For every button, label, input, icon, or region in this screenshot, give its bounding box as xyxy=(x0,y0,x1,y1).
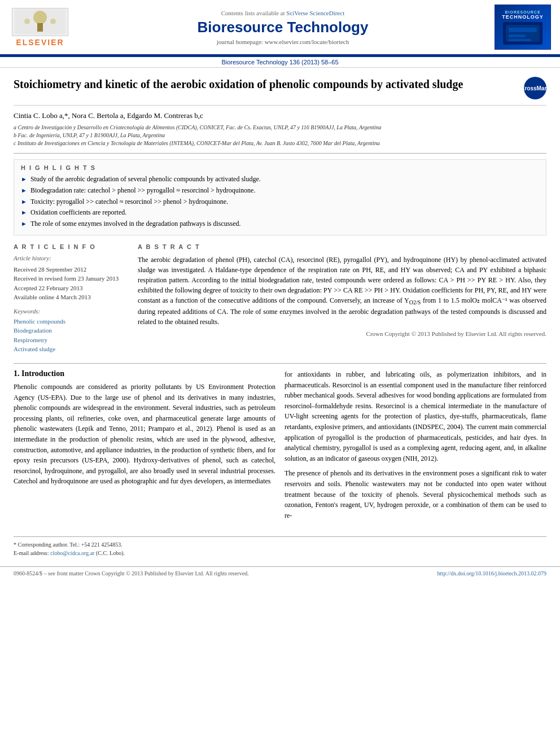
article-content: Stoichiometry and kinetic of the aerobic… xyxy=(0,68,560,566)
article-title-section: Stoichiometry and kinetic of the aerobic… xyxy=(14,77,546,106)
svg-point-1 xyxy=(33,11,47,24)
authors-line: Cintia C. Lobo a,*, Nora C. Bertola a, E… xyxy=(14,111,546,120)
journal-title: Bioresource Technology xyxy=(82,19,483,36)
highlight-text-3: Toxicity: pyrogallol >> catechol ≈ resor… xyxy=(30,197,228,207)
formula-sub: O2/S xyxy=(409,299,421,305)
highlight-item-2: ► Biodegradation rate: catechol > phenol… xyxy=(21,186,539,195)
abstract-copyright: Crown Copyright © 2013 Published by Else… xyxy=(138,330,546,337)
journal-banner: ELSEVIER Contents lists available at Sci… xyxy=(0,0,560,50)
abstract-col: A B S T R A C T The aerobic degradation … xyxy=(138,243,546,354)
section-number: 1. xyxy=(14,369,20,378)
arrow-icon-4: ► xyxy=(21,208,27,217)
intro-para2: for antioxidants in rubber, and lubricat… xyxy=(285,369,546,464)
article-info-header: A R T I C L E I N F O xyxy=(14,243,126,250)
crossmark-badge: CrossMark xyxy=(524,77,546,99)
svg-point-3 xyxy=(24,19,30,24)
top-header: ELSEVIER Contents lists available at Sci… xyxy=(0,0,560,57)
crossmark-icon: CrossMark xyxy=(520,85,550,91)
elsevier-text: ELSEVIER xyxy=(16,38,64,47)
keyword-3[interactable]: Respirometry xyxy=(14,335,126,345)
footnote-section: * Corresponding author. Tel.: +54 221 42… xyxy=(14,536,546,557)
received-date: Received 28 September 2012 xyxy=(14,265,126,274)
svg-rect-8 xyxy=(509,34,526,37)
article-history-label: Article history: xyxy=(14,255,126,261)
arrow-icon-1: ► xyxy=(21,175,27,184)
highlight-item-3: ► Toxicity: pyrogallol >> catechol ≈ res… xyxy=(21,197,539,207)
journal-center: Contents lists available at SciVerse Sci… xyxy=(71,10,495,45)
highlight-item-4: ► Oxidation coefficients are reported. xyxy=(21,208,539,217)
abstract-header: A B S T R A C T xyxy=(138,243,546,250)
sciverse-link[interactable]: SciVerse ScienceDirect xyxy=(286,10,344,16)
elsevier-logo-image xyxy=(12,8,68,36)
highlights-header: H I G H L I G H T S xyxy=(21,164,539,171)
affiliation-block: a Centro de Investigación y Desarrollo e… xyxy=(14,124,546,147)
journal-logo-right: BIORESOURCE TECHNOLOGY xyxy=(495,5,551,50)
revised-date: Received in revised form 23 January 2013 xyxy=(14,274,126,283)
keywords-section: Keywords: Phenolic compounds Biodegradat… xyxy=(14,308,126,354)
email-label: E-mail address: xyxy=(14,550,49,556)
journal-ref-bar: Bioresource Technology 136 (2013) 58–65 xyxy=(0,57,560,68)
journal-homepage: journal homepage: www.elsevier.com/locat… xyxy=(82,38,483,45)
accepted-date: Accepted 22 February 2013 xyxy=(14,283,126,293)
divider-before-intro xyxy=(14,363,546,364)
arrow-icon-3: ► xyxy=(21,198,27,206)
keyword-2[interactable]: Biodegradation xyxy=(14,326,126,335)
intro-para3: The presence of phenols and its derivati… xyxy=(285,468,546,521)
info-abstract-section: A R T I C L E I N F O Article history: R… xyxy=(14,243,546,354)
highlight-item-1: ► Study of the aerobic degradation of se… xyxy=(21,174,539,184)
keyword-1[interactable]: Phenolic compounds xyxy=(14,317,126,326)
issn-text: 0960-8524/$ – see front matter Crown Cop… xyxy=(14,570,249,576)
svg-rect-2 xyxy=(37,23,43,32)
logo-bioresource: BIORESOURCE xyxy=(505,10,540,14)
body-two-col: 1. Introduction Phenolic compounds are c… xyxy=(14,369,546,525)
intro-heading: 1. Introduction xyxy=(14,369,275,378)
abstract-text: The aerobic degradation of phenol (PH), … xyxy=(138,255,546,327)
elsevier-logo: ELSEVIER xyxy=(9,8,71,47)
svg-rect-9 xyxy=(509,39,531,41)
arrow-icon-5: ► xyxy=(21,220,27,228)
affiliation-a: a Centro de Investigación y Desarrollo e… xyxy=(14,124,546,132)
sciverse-link-line: Contents lists available at SciVerse Sci… xyxy=(82,10,483,16)
author-cintia: Cintia C. Lobo a,*, Nora C. Bertola a, E… xyxy=(14,111,203,120)
highlights-section: H I G H L I G H T S ► Study of the aerob… xyxy=(14,159,546,235)
footnote-email: E-mail address: clobo@cidca.org.ar (C.C.… xyxy=(14,549,546,557)
footnote-corresponding: * Corresponding author. Tel.: +54 221 42… xyxy=(14,540,546,549)
highlight-text-4: Oxidation coefficients are reported. xyxy=(30,208,126,217)
highlight-item-5: ► The role of some enzymes involved in t… xyxy=(21,219,539,229)
email-link[interactable]: clobo@cidca.org.ar xyxy=(50,550,94,556)
bottom-bar: 0960-8524/$ – see front matter Crown Cop… xyxy=(0,566,560,580)
arrow-icon-2: ► xyxy=(21,186,27,195)
doi-link[interactable]: http://dx.doi.org/10.1016/j.biortech.201… xyxy=(438,570,546,576)
available-date: Available online 4 March 2013 xyxy=(14,292,126,302)
body-left: 1. Introduction Phenolic compounds are c… xyxy=(14,369,275,525)
section-title: Introduction xyxy=(21,369,64,378)
highlight-text-1: Study of the aerobic degradation of seve… xyxy=(30,174,261,184)
article-title: Stoichiometry and kinetic of the aerobic… xyxy=(14,77,524,91)
affiliation-c: c Instituto de Investigaciones en Cienci… xyxy=(14,139,546,147)
body-right: for antioxidants in rubber, and lubricat… xyxy=(285,369,546,525)
svg-point-4 xyxy=(50,19,56,24)
logo-technology: TECHNOLOGY xyxy=(502,14,544,20)
keywords-label: Keywords: xyxy=(14,308,126,314)
svg-rect-7 xyxy=(509,28,537,32)
article-info-col: A R T I C L E I N F O Article history: R… xyxy=(14,243,126,354)
divider-after-affiliations xyxy=(14,153,546,154)
banner-bar xyxy=(0,54,560,56)
email-suffix: (C.C. Lobo). xyxy=(96,550,125,556)
highlight-text-2: Biodegradation rate: catechol > phenol >… xyxy=(30,186,256,195)
intro-para1: Phenolic compounds are considered as pri… xyxy=(14,382,275,487)
contents-available-text: Contents lists available at xyxy=(221,10,285,16)
keyword-4[interactable]: Activated sludge xyxy=(14,344,126,354)
highlight-text-5: The role of some enzymes involved in the… xyxy=(30,219,241,229)
affiliation-b: b Fac. de Ingeniería, UNLP, 47 y 1 B1900… xyxy=(14,132,546,139)
